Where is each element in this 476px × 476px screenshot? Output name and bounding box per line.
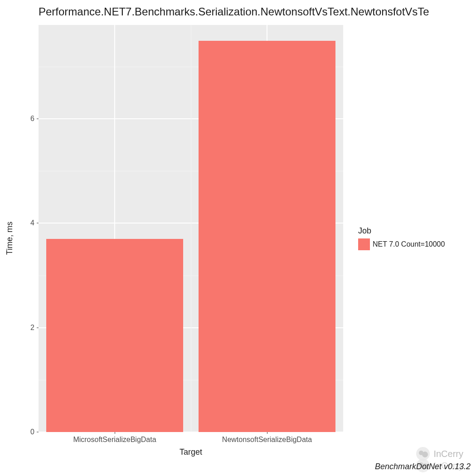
y-tick-label: 4 [21, 219, 34, 227]
legend: Job NET 7.0 Count=10000 [358, 0, 445, 476]
plot-area [39, 25, 343, 432]
y-axis-label: Time, ms [5, 221, 15, 254]
legend-swatch-icon [358, 238, 370, 250]
legend-title: Job [358, 226, 445, 236]
x-tick-mark [115, 432, 115, 434]
bar [46, 239, 183, 432]
x-tick-label: NewtonsoftSerializeBigData [222, 436, 312, 444]
y-tick-label: 2 [21, 324, 34, 332]
y-tick-mark [37, 327, 39, 328]
x-axis-label: Target [39, 447, 343, 457]
y-tick-label: 0 [21, 428, 34, 436]
gridline-minor [191, 25, 191, 432]
legend-item-label: NET 7.0 Count=10000 [373, 240, 445, 248]
y-tick-mark [37, 432, 39, 432]
y-tick-mark [37, 119, 39, 119]
y-tick-label: 6 [21, 115, 34, 123]
x-tick-label: MicrosoftSerializeBigData [73, 436, 156, 444]
legend-item: NET 7.0 Count=10000 [358, 238, 445, 250]
chart-caption: BenchmarkDotNet v0.13.2 [375, 462, 471, 471]
bar [199, 41, 335, 432]
y-tick-mark [37, 223, 39, 223]
x-tick-mark [267, 432, 267, 434]
